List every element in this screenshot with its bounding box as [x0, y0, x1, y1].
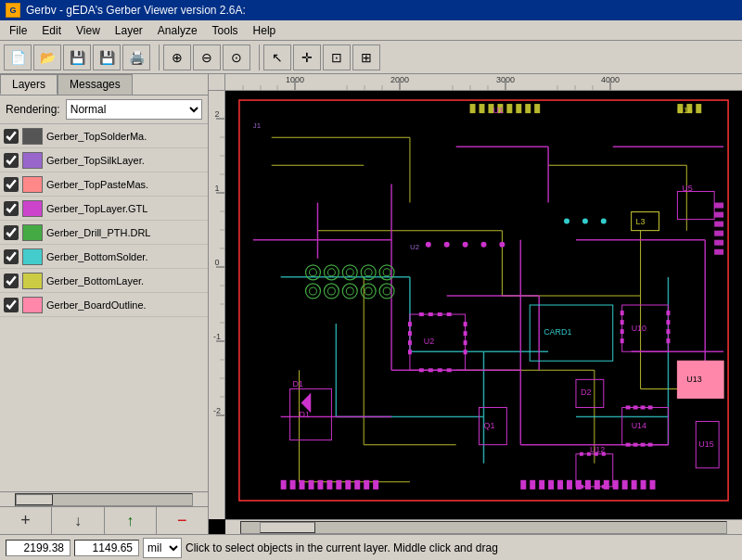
rendering-select[interactable]: Normal Fast Cairo [66, 99, 202, 120]
svg-rect-217 [317, 480, 323, 490]
svg-rect-137 [447, 368, 452, 372]
svg-rect-123 [408, 331, 412, 336]
layer-item-5: Gerber_BottomSolder. [0, 245, 208, 269]
svg-rect-160 [641, 443, 646, 447]
layer-item-7: Gerber_BoardOutline. [0, 293, 208, 317]
svg-rect-95 [714, 240, 723, 246]
svg-text:2: 2 [214, 109, 219, 119]
ruler-top: 1000 2000 3000 4000 [225, 74, 742, 91]
svg-point-117 [346, 287, 353, 295]
toolbar-measure[interactable]: ⊞ [352, 45, 380, 70]
svg-rect-88 [516, 104, 521, 113]
svg-rect-91 [714, 203, 723, 209]
layer-checkbox-6[interactable] [4, 274, 19, 288]
svg-text:1: 1 [214, 184, 219, 193]
tabs: Layers Messages [0, 74, 208, 95]
tab-layers[interactable]: Layers [0, 74, 58, 95]
layer-checkbox-7[interactable] [4, 298, 19, 312]
svg-rect-127 [464, 331, 467, 336]
layer-checkbox-2[interactable] [4, 177, 19, 192]
layer-checkbox-4[interactable] [4, 225, 19, 240]
svg-rect-126 [464, 322, 467, 326]
svg-text:L3: L3 [636, 217, 646, 226]
svg-rect-83 [470, 104, 476, 113]
svg-rect-94 [714, 231, 723, 236]
menu-tools[interactable]: Tools [205, 22, 246, 39]
svg-rect-122 [408, 322, 412, 326]
menu-edit[interactable]: Edit [34, 22, 69, 39]
layer-checkbox-1[interactable] [4, 153, 19, 168]
layer-item-6: Gerber_BottomLayer. [0, 269, 208, 293]
pcb-canvas[interactable]: U2 [225, 91, 742, 519]
layer-item-3: Gerber_TopLayer.GTL [0, 197, 208, 221]
layer-checkbox-0[interactable] [4, 129, 19, 144]
toolbar-new[interactable]: 📄 [4, 45, 32, 70]
svg-rect-135 [429, 368, 433, 372]
svg-rect-124 [408, 340, 412, 345]
y-coord: 1149.65 [74, 540, 139, 556]
toolbar-print[interactable]: 🖨️ [122, 45, 150, 70]
svg-point-115 [310, 287, 317, 295]
tab-messages[interactable]: Messages [58, 74, 133, 95]
menu-help[interactable]: Help [246, 22, 284, 39]
svg-text:4000: 4000 [601, 75, 620, 84]
svg-rect-179 [580, 452, 583, 456]
layer-name-7: Gerber_BoardOutline. [46, 299, 147, 311]
svg-text:1000: 1000 [286, 75, 304, 84]
svg-rect-96 [714, 249, 723, 255]
toolbar-save2[interactable]: 💾 [93, 45, 121, 70]
toolbar-zoom-out[interactable]: ⊖ [193, 45, 221, 70]
svg-point-192 [564, 219, 569, 224]
canvas-hscroll[interactable] [225, 519, 742, 534]
toolbar-zoom-area[interactable]: ⊡ [323, 45, 351, 70]
svg-text:U5: U5 [682, 184, 692, 193]
svg-text:CARD1: CARD1 [544, 327, 571, 337]
layer-item-4: Gerber_Drill_PTH.DRL [0, 221, 208, 245]
layer-color-2 [22, 176, 43, 193]
toolbar-pan[interactable]: ✛ [293, 45, 321, 70]
svg-text:J1: J1 [253, 121, 262, 130]
svg-point-111 [327, 269, 335, 276]
svg-rect-125 [408, 350, 412, 354]
remove-layer-button[interactable]: − [157, 507, 208, 534]
left-panel: Layers Messages Rendering: Normal Fast C… [0, 74, 209, 534]
toolbar-zoom-fit[interactable]: ⊙ [223, 45, 250, 70]
ruler-corner [209, 74, 225, 91]
svg-rect-92 [714, 212, 723, 218]
toolbar-open[interactable]: 📂 [33, 45, 61, 70]
svg-rect-214 [290, 480, 296, 490]
move-up-button[interactable]: ↑ [105, 507, 157, 534]
toolbar-zoom-in[interactable]: ⊕ [163, 45, 191, 70]
layer-name-3: Gerber_TopLayer.GTL [46, 203, 147, 214]
svg-rect-155 [633, 405, 638, 409]
left-scrollbar[interactable] [0, 491, 208, 506]
menu-layer[interactable]: Layer [108, 22, 150, 39]
menu-view[interactable]: View [69, 22, 108, 39]
scrollbar-thumb[interactable] [16, 494, 53, 505]
svg-rect-180 [587, 452, 591, 456]
svg-text:U14: U14 [632, 421, 646, 430]
svg-text:U1: U1 [493, 106, 503, 115]
menu-analyze[interactable]: Analyze [150, 22, 205, 39]
toolbar-save[interactable]: 💾 [63, 45, 91, 70]
add-layer-button[interactable]: + [0, 507, 52, 534]
layer-checkbox-5[interactable] [4, 249, 19, 264]
layer-checkbox-3[interactable] [4, 201, 19, 216]
x-coord: 2199.38 [6, 540, 70, 556]
svg-rect-221 [354, 480, 360, 490]
toolbar-pointer[interactable]: ↖ [263, 45, 291, 70]
svg-rect-132 [438, 312, 442, 316]
svg-rect-209 [622, 480, 628, 490]
move-down-button[interactable]: ↓ [52, 507, 104, 534]
layer-item-2: Gerber_TopPasteMas. [0, 172, 208, 197]
svg-rect-133 [447, 312, 452, 316]
svg-rect-205 [585, 480, 591, 490]
svg-point-193 [582, 219, 588, 224]
svg-rect-87 [506, 104, 512, 113]
unit-select[interactable]: mil mm in [143, 538, 182, 558]
canvas-area: 1000 2000 3000 4000 [209, 74, 742, 534]
scrollbar-track[interactable] [15, 493, 193, 506]
layer-color-4 [22, 224, 43, 241]
menu-file[interactable]: File [2, 22, 34, 39]
layer-color-1 [22, 152, 43, 169]
